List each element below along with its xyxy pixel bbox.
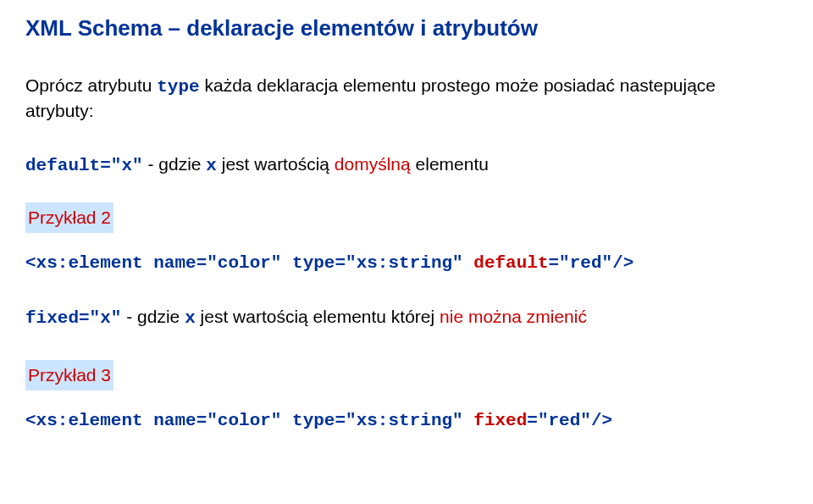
intro-text-1: Oprócz atrybutu — [25, 75, 157, 95]
fixed-attribute-description: fixed="x" - gdzie x jest wartością eleme… — [25, 305, 788, 330]
fixed-text-1: - gdzie — [121, 307, 185, 326]
example-3-prefix: <xs:element name="color" type="xs:string… — [25, 411, 473, 430]
fixed-var-x: x — [185, 308, 196, 328]
example-3-suffix: ="red"/> — [527, 411, 612, 430]
example-3-attr: fixed — [473, 411, 527, 430]
default-code: default="x" — [25, 156, 143, 175]
default-text-2: jest wartością — [217, 154, 335, 174]
intro-code-type: type — [157, 77, 199, 97]
default-text-1: - gdzie — [143, 154, 207, 174]
example-2-attr: default — [473, 253, 548, 273]
example-3-code: <xs:element name="color" type="xs:string… — [25, 411, 788, 430]
example-2-label: Przykład 2 — [25, 202, 113, 233]
default-attribute-description: default="x" - gdzie x jest wartością dom… — [25, 152, 788, 177]
default-text-3: elementu — [411, 154, 489, 174]
default-emphasis: domyślną — [335, 154, 411, 174]
fixed-text-2: jest wartością elementu której — [196, 307, 440, 326]
page-title: XML Schema – deklaracje elementów i atry… — [25, 15, 788, 42]
intro-paragraph: Oprócz atrybutu type każda deklaracja el… — [25, 74, 788, 124]
fixed-code: fixed="x" — [25, 308, 121, 328]
example-3-label: Przykład 3 — [25, 360, 113, 390]
example-2-suffix: ="red"/> — [549, 253, 634, 273]
fixed-emphasis: nie można zmienić — [440, 307, 587, 326]
example-2-code: <xs:element name="color" type="xs:string… — [25, 253, 788, 273]
default-var-x: x — [206, 156, 217, 175]
example-2-prefix: <xs:element name="color" type="xs:string… — [25, 253, 473, 273]
